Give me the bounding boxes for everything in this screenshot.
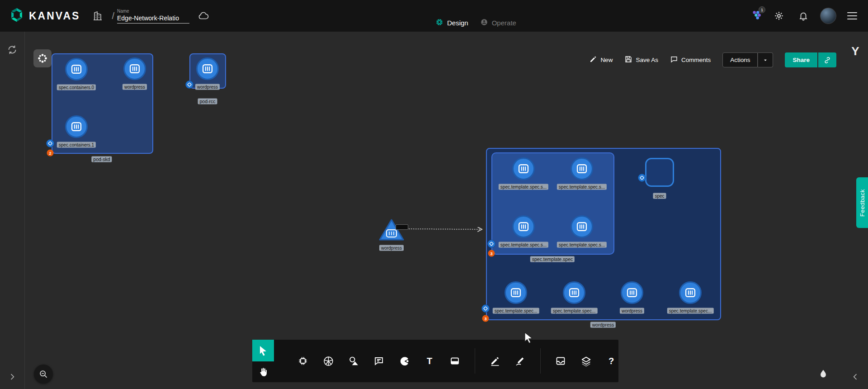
dock-tools-row: T xyxy=(274,340,620,382)
tab-design[interactable]: Design xyxy=(435,18,468,28)
canvas-node[interactable] xyxy=(571,157,593,180)
actions-split-button: Actions xyxy=(722,52,773,67)
actions-button[interactable]: Actions xyxy=(722,52,758,67)
node-label: spec.template.spec... xyxy=(551,308,598,314)
tab-operate-label: Operate xyxy=(492,19,516,27)
node-label: spec.template.spec... xyxy=(667,308,714,314)
kanvas-logo-text: KANVAS xyxy=(29,10,80,22)
group-kind-badge[interactable] xyxy=(46,139,54,147)
comment-icon xyxy=(670,55,678,65)
settings-gear-icon[interactable] xyxy=(771,8,787,24)
comments-button[interactable]: Comments xyxy=(670,55,711,65)
cluster-connections-icon[interactable]: 1 xyxy=(750,9,762,23)
expand-right-chevron-icon[interactable] xyxy=(8,372,17,381)
tool-pen-icon[interactable] xyxy=(511,352,529,370)
new-pencil-icon xyxy=(589,55,597,65)
tool-sticker-icon[interactable] xyxy=(395,352,413,370)
design-icon xyxy=(435,18,443,28)
notifications-bell-icon[interactable] xyxy=(796,8,811,24)
node-label: spec.template.spec.s... xyxy=(499,184,548,190)
node-label: spec.containers.1 xyxy=(57,142,96,148)
tool-drawer-icon[interactable] xyxy=(552,352,570,370)
canvas-node[interactable] xyxy=(679,281,702,304)
node-label: wordpress xyxy=(379,245,404,251)
canvas[interactable]: pod-skdpod-rccwordpressspec.template.spe… xyxy=(0,32,868,389)
edge-label-pill xyxy=(396,224,408,230)
ink-drop-button[interactable] xyxy=(814,365,833,384)
kanvas-logo-icon xyxy=(9,7,24,24)
new-button-label: New xyxy=(600,57,613,63)
canvas-node[interactable] xyxy=(512,215,535,238)
node-label: wordpress xyxy=(195,84,220,90)
group-label: pod-rcc xyxy=(198,99,217,104)
dock-separator xyxy=(475,348,475,374)
header: KANVAS / Name Edge-Network-Relatio Desig… xyxy=(0,0,868,32)
canvas-node[interactable] xyxy=(123,57,146,80)
tool-text-icon[interactable]: T xyxy=(420,352,439,370)
design-name-input[interactable]: Edge-Network-Relatio xyxy=(117,14,189,24)
tool-component-icon[interactable] xyxy=(294,352,312,370)
tool-frame-icon[interactable] xyxy=(446,352,464,370)
canvas-node[interactable] xyxy=(563,281,585,304)
notification-count-badge[interactable]: 3 xyxy=(482,315,489,322)
canvas-node[interactable] xyxy=(65,115,88,138)
tool-pan-hand-button[interactable] xyxy=(252,361,274,382)
new-button[interactable]: New xyxy=(589,55,613,65)
tool-comment-icon[interactable] xyxy=(370,352,388,370)
menu-icon[interactable] xyxy=(845,10,859,21)
canvas-group-spec-template-spec[interactable] xyxy=(491,152,614,255)
canvas-node[interactable] xyxy=(645,158,674,187)
node-label: spec xyxy=(653,193,666,199)
connection-count-badge: 1 xyxy=(759,6,765,13)
group-kind-badge[interactable] xyxy=(487,240,495,248)
canvas-node[interactable] xyxy=(65,58,88,81)
canvas-node[interactable] xyxy=(571,215,593,238)
actions-dropdown-caret[interactable] xyxy=(758,52,773,67)
operate-icon xyxy=(480,18,488,28)
left-rail xyxy=(0,32,25,389)
tab-design-label: Design xyxy=(447,19,468,27)
help-glyph: ? xyxy=(609,356,614,366)
canvas-action-bar: New Save As Comments Actions Share xyxy=(589,52,836,67)
node-label: spec.template.spec.s... xyxy=(557,242,607,248)
node-label: wordpress xyxy=(123,84,147,90)
history-sync-icon[interactable] xyxy=(7,44,18,55)
canvas-node[interactable] xyxy=(512,157,535,180)
group-kind-badge[interactable] xyxy=(481,304,490,313)
save-as-button[interactable]: Save As xyxy=(624,55,658,65)
organization-icon[interactable] xyxy=(90,8,105,24)
kanvas-logo[interactable]: KANVAS xyxy=(9,7,80,24)
notification-count-badge[interactable]: 2 xyxy=(47,150,54,157)
tool-help-icon[interactable]: ? xyxy=(602,352,620,370)
group-kind-badge[interactable] xyxy=(638,174,646,182)
zoom-search-button[interactable] xyxy=(34,365,53,384)
layer5-logo[interactable]: Y xyxy=(851,44,859,58)
tool-cursor-button[interactable] xyxy=(252,340,274,361)
canvas-node[interactable] xyxy=(505,281,527,304)
tab-operate[interactable]: Operate xyxy=(480,18,516,28)
tool-layers-icon[interactable] xyxy=(577,352,595,370)
user-avatar[interactable] xyxy=(820,8,836,24)
comments-button-label: Comments xyxy=(681,57,711,63)
notification-count-badge[interactable]: 3 xyxy=(488,250,495,257)
cloud-sync-icon[interactable] xyxy=(196,8,211,24)
breadcrumb-separator: / xyxy=(112,11,114,21)
header-right: 1 xyxy=(750,8,859,24)
save-icon xyxy=(624,55,632,65)
canvas-node[interactable] xyxy=(196,57,219,80)
tool-pencil-icon[interactable] xyxy=(486,352,504,370)
canvas-node[interactable] xyxy=(621,281,643,304)
node-label: spec.containers.0 xyxy=(57,85,96,90)
group-kind-badge[interactable] xyxy=(185,81,193,89)
tool-shapes-icon[interactable] xyxy=(344,352,363,370)
share-button[interactable]: Share xyxy=(785,52,817,67)
feedback-tab[interactable]: Feedback xyxy=(856,177,868,228)
design-name-label: Name xyxy=(117,9,189,14)
copy-link-button[interactable] xyxy=(818,52,836,67)
mode-tabs: Design Operate xyxy=(435,18,516,28)
tool-kubernetes-icon[interactable] xyxy=(319,352,337,370)
layout-grid-button[interactable] xyxy=(33,49,52,67)
canvas-node[interactable] xyxy=(378,218,405,242)
node-label: wordpress xyxy=(620,308,644,314)
collapse-left-chevron-icon[interactable] xyxy=(851,372,860,381)
